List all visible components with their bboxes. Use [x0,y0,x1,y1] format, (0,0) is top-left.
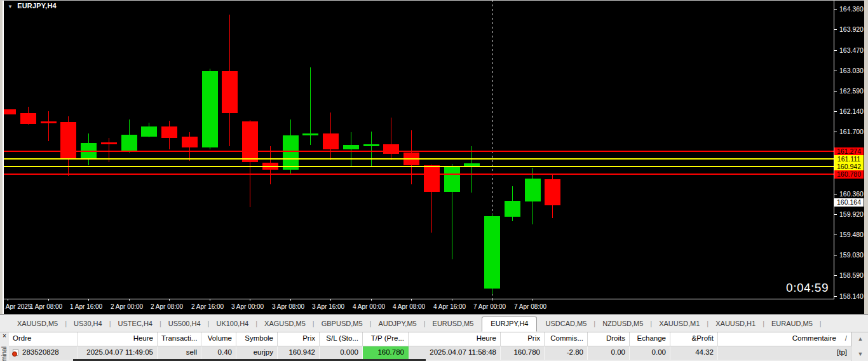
price-level-line[interactable] [4,151,834,152]
y-tick-label: 163.030 [839,67,864,74]
y-tick [834,50,837,51]
cell: 283520828 [9,346,78,360]
column-header-ordre: Ordre [9,332,78,346]
candle-body [41,121,57,123]
candle-body [161,126,177,138]
cell: eurjpy [236,346,278,360]
scroll-down-icon[interactable]: ▼ [852,351,868,357]
x-tick-label: 3 Apr 16:00 [312,303,344,310]
tab-audjpy-m5[interactable]: AUDJPY,M5 [371,320,423,327]
y-tick [834,111,837,112]
cell: 0.000 [320,346,363,360]
tab-xauusd-m5[interactable]: XAUUSD,M5 [10,320,65,327]
x-tick [411,299,412,301]
candle-body [182,137,198,147]
candle-body [383,144,399,154]
cell: 44.32 [670,346,718,360]
x-tick-label: 2 Apr 08:00 [151,303,183,310]
candle-countdown-timer: 0:04:59 [786,281,829,295]
terminal-panel-label: minal [0,340,9,361]
tab-xagusd-m5[interactable]: XAGUSD,M5 [257,320,313,327]
tab-xauusd-m1[interactable]: XAUUSD,M1 [652,320,707,327]
column-header-heure: Heure [409,332,501,346]
candle-body [424,165,440,191]
column-header-commis-: Commis... [545,332,588,346]
y-tick [834,296,837,297]
tab-ustec-h4[interactable]: USTEC,H4 [111,320,159,327]
cell: 0.00 [588,346,630,360]
scroll-up-icon[interactable]: ▲ [852,336,868,342]
tab-eurusd-m5[interactable]: EURUSD,M5 [426,320,481,327]
price-level-line[interactable] [4,158,834,160]
cell: 160.780 [501,346,545,360]
candle-body [121,135,137,151]
cell: 160.942 [278,346,320,360]
x-tick-label: 2 Apr 16:00 [191,303,224,310]
x-tick-label: 7 Apr 08:00 [514,303,546,310]
cell: 2025.04.07 11:49:05 [78,346,158,360]
price-level-line[interactable] [4,174,834,175]
x-tick-label: 4 Apr 00:00 [353,303,385,310]
cell: 2025.04.07 11:58:48 [409,346,501,360]
table-scrollbar: ▲ ▼ [851,332,868,361]
sort-icon[interactable]: / [845,334,847,342]
orders-table: OrdreHeureTransacti...VolumeSymbolePrixS… [9,332,851,360]
x-tick [330,299,331,301]
column-header-volume: Volume [201,332,236,346]
tab-gbpusd-m5[interactable]: GBPUSD,M5 [315,320,370,327]
tab-prev-icon[interactable]: ◄ [845,6,850,12]
tab-us30-h4[interactable]: US30,H4 [67,320,109,327]
price-level-line[interactable] [4,166,834,167]
tab-nzdusd-m5[interactable]: NZDUSD,M5 [595,320,650,327]
column-header-prix: Prix [278,332,320,346]
column-header-s-l-sto-: S/L (Sto... [320,332,363,346]
y-tick [834,91,837,92]
column-header-prix: Prix [501,332,545,346]
candle-body [484,216,500,288]
candle-body [444,167,460,192]
cell: 160.780 [363,346,409,360]
y-tick-label: 159.480 [839,231,864,238]
cell: 0.00 [630,346,670,360]
order-id: 283520828 [22,348,59,356]
tab-us500-h4[interactable]: US500,H4 [161,320,208,327]
close-icon[interactable]: × [1,333,8,340]
y-tick [834,235,837,235]
column-header-droits: Droits [588,332,630,346]
y-tick-label: 162.590 [839,87,864,95]
tab-euraud-m5[interactable]: EURAUD,M5 [764,320,820,327]
candle-wick [351,132,351,167]
candle-body [343,145,359,149]
candle-wick [48,111,49,141]
x-tick [532,299,533,301]
y-tick [834,214,837,215]
tab-xauusd-h1[interactable]: XAUUSD,H1 [709,320,763,327]
x-tick-label: 2 Apr 00:00 [111,303,143,310]
y-tick [834,255,837,255]
tab-usdcad-m5[interactable]: USDCAD,M5 [538,320,593,327]
x-tick-label: 3 Apr 08:00 [272,303,304,310]
y-tick [834,194,837,194]
price-axis[interactable]: 164.360163.920163.470163.030162.590162.1… [834,0,864,314]
order-doc-icon [13,349,18,356]
order-row[interactable]: 2835208282025.04.07 11:49:05sell0.40eurj… [9,346,851,360]
column-header-heure: Heure [78,332,158,346]
y-tick-label: 158.140 [839,292,864,300]
window-top-border [0,0,868,1]
chart-symbol-label[interactable]: ▼EURJPY,H4 [8,2,57,10]
candle-body [20,113,36,124]
y-tick-label: 163.920 [839,25,864,33]
candle-wick [371,132,372,167]
tab-eurjpy-h4[interactable]: EURJPY,H4 [482,317,537,332]
price-level-label: 160.780 [834,170,864,179]
tab-next-icon[interactable]: ► [858,6,863,12]
x-tick [169,299,170,301]
cell: sell [158,346,201,360]
candle-body [545,179,560,205]
candle-body [222,71,238,113]
chart-area[interactable]: ▼EURJPY,H4 0:04:59 [4,0,834,299]
x-axis[interactable]: 1 Apr 20251 Apr 08:001 Apr 16:002 Apr 00… [0,299,864,314]
y-tick-label: 158.590 [839,271,864,279]
x-tick [8,299,8,301]
tab-uk100-h4[interactable]: UK100,H4 [209,320,255,327]
